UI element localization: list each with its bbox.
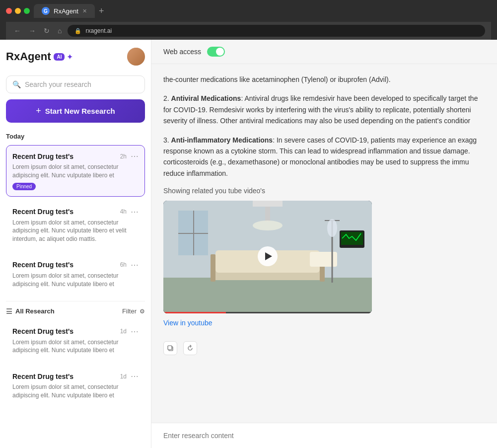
new-research-label: Start New Research (45, 107, 115, 115)
card-1-time: 2h (120, 153, 127, 160)
web-access-label: Web access (163, 48, 201, 56)
search-bar[interactable]: 🔍 Search your research (6, 75, 145, 93)
pinned-badge: Pinned (12, 183, 36, 190)
filter-icon: ⚙ (140, 308, 145, 315)
ar-card-2-title: Recent Drug test's (12, 373, 73, 380)
list-icon: ☰ (6, 307, 12, 315)
video-progress-fill (163, 312, 226, 313)
toggle-knob (216, 48, 224, 56)
card-3-time: 6h (120, 261, 127, 268)
bottom-input-area (151, 423, 497, 448)
card-2-menu[interactable]: ⋯ (131, 207, 139, 217)
logo: RxAgent AI ✦ (6, 50, 73, 63)
svg-rect-19 (168, 346, 172, 350)
section3-title: Anti-inflammatory Medications (171, 136, 273, 144)
copy-icon (167, 345, 174, 352)
card-2-time: 4h (120, 208, 127, 215)
card-3-header: Recent Drug test's 6h ⋯ (12, 260, 139, 270)
card-2-excerpt: Lorem ipsum dolor sit amet, consectetur … (12, 219, 139, 243)
ar-card-1-title: Recent Drug test's (12, 327, 73, 335)
refresh-button[interactable]: ↻ (42, 26, 52, 36)
logo-agent: Agent (20, 50, 51, 63)
traffic-light-yellow[interactable] (15, 8, 21, 14)
all-research-card-1[interactable]: Recent Drug test's 1d ⋯ Lorem ipsum dolo… (6, 320, 145, 362)
today-label: Today (6, 133, 145, 140)
ar-card-2-meta: 1d ⋯ (120, 372, 139, 381)
sparkle-icon: ✦ (67, 52, 73, 62)
svg-rect-9 (310, 252, 337, 267)
all-research-label: All Research (15, 307, 55, 315)
card-1-menu[interactable]: ⋯ (131, 151, 139, 161)
all-research-card-2[interactable]: Recent Drug test's 1d ⋯ Lorem ipsum dolo… (6, 365, 145, 406)
web-access-toggle[interactable] (207, 47, 225, 57)
new-research-button[interactable]: + Start New Research (6, 99, 145, 123)
main-toolbar: Web access (151, 40, 497, 64)
divider (6, 301, 145, 301)
today-card-3[interactable]: Recent Drug test's 6h ⋯ Lorem ipsum dolo… (6, 254, 145, 295)
card-2-title: Recent Drug test's (12, 208, 73, 216)
card-3-excerpt: Lorem ipsum dolor sit amet, consectetur … (12, 272, 139, 289)
section2-title: Antiviral Medications (171, 94, 241, 102)
sidebar-header: RxAgent AI ✦ (6, 48, 145, 66)
home-button[interactable]: ⌂ (56, 26, 64, 36)
video-container (163, 201, 372, 313)
logo-rx: Rx (6, 50, 20, 63)
card-3-title: Recent Drug test's (12, 261, 73, 269)
card-3-meta: 6h ⋯ (120, 260, 139, 270)
browser-toolbar: ← → ↻ ⌂ 🔒 rxagent.ai (6, 22, 491, 40)
forward-button[interactable]: → (27, 26, 38, 36)
content-area: the-counter medications like acetaminoph… (151, 64, 497, 423)
tab-close-button[interactable]: ✕ (82, 8, 87, 14)
filter-label: Filter (122, 307, 137, 315)
plus-icon: + (36, 106, 41, 116)
action-icons-area (163, 335, 485, 355)
ar-card-1-excerpt: Lorem ipsum dolor sit amet, consectetur … (12, 338, 139, 355)
all-research-label-group: ☰ All Research (6, 307, 55, 315)
avatar[interactable] (127, 48, 145, 66)
traffic-light-red[interactable] (6, 8, 12, 14)
today-card-2[interactable]: Recent Drug test's 4h ⋯ Lorem ipsum dolo… (6, 201, 145, 250)
copy-icon-button[interactable] (163, 341, 177, 355)
ar-card-2-menu[interactable]: ⋯ (131, 372, 139, 381)
address-text: rxagent.ai (85, 27, 112, 34)
lock-icon: 🔒 (74, 28, 81, 34)
main-content: Web access the-counter medications like … (151, 40, 497, 448)
address-bar[interactable]: 🔒 rxagent.ai (68, 25, 485, 37)
ar-card-1-menu[interactable]: ⋯ (131, 327, 139, 336)
tab-title: RxAgent (54, 7, 78, 15)
intro-text: the-counter medications like acetaminoph… (163, 75, 391, 83)
ar-card-2-time: 1d (120, 373, 127, 380)
youtube-label: Showing related you tube video's (163, 187, 485, 195)
video-progress-bar[interactable] (163, 312, 372, 313)
traffic-light-green[interactable] (24, 8, 30, 14)
svg-rect-14 (341, 232, 363, 245)
new-tab-button[interactable]: + (99, 6, 104, 16)
play-button[interactable] (258, 246, 278, 266)
section2-number: 2. (163, 94, 169, 102)
section2-paragraph: 2. Antiviral Medications: Antiviral drug… (163, 93, 485, 126)
ar-card-1-time: 1d (120, 328, 127, 335)
back-button[interactable]: ← (12, 26, 23, 36)
card-3-menu[interactable]: ⋯ (131, 260, 139, 270)
intro-paragraph: the-counter medications like acetaminoph… (163, 74, 485, 85)
today-card-1[interactable]: Recent Drug test's 2h ⋯ Lorem ipsum dolo… (6, 145, 145, 197)
logo-ai-badge: AI (54, 53, 65, 61)
card-1-excerpt: Lorem ipsum dolor sit amet, consectetur … (12, 163, 139, 180)
refresh-icon (187, 345, 194, 352)
refresh-icon-button[interactable] (183, 341, 197, 355)
svg-rect-6 (211, 254, 215, 282)
svg-rect-15 (253, 201, 283, 207)
card-1-header: Recent Drug test's 2h ⋯ (12, 151, 139, 161)
card-2-meta: 4h ⋯ (120, 207, 139, 217)
browser-tab[interactable]: G RxAgent ✕ (34, 4, 95, 18)
section3-number: 3. (163, 136, 169, 144)
svg-rect-4 (178, 233, 208, 234)
play-icon (265, 252, 272, 260)
card-1-title: Recent Drug test's (12, 152, 73, 160)
svg-rect-0 (163, 275, 372, 312)
filter-button[interactable]: Filter ⚙ (122, 307, 145, 315)
section3-paragraph: 3. Anti-inflammatory Medications: In sev… (163, 135, 485, 179)
ar-card-1-meta: 1d ⋯ (120, 327, 139, 336)
research-input[interactable] (163, 432, 485, 440)
youtube-link[interactable]: View in youtube (163, 319, 213, 327)
